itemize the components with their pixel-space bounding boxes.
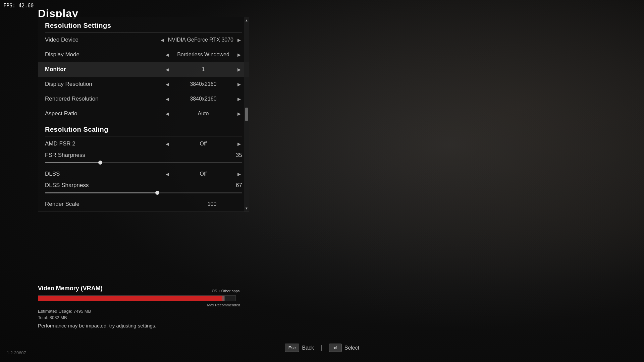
select-key-badge: ⏎ [329,344,342,352]
dlss-arrow-right[interactable]: ▶ [236,171,242,177]
scroll-down-arrow[interactable]: ▼ [244,205,250,212]
fsr-sharpness-value: 35 [236,152,242,159]
setting-row-aspect-ratio[interactable]: Aspect Ratio ◀ Auto ▶ [38,106,249,121]
rendered-resolution-label: Rendered Resolution [45,96,152,102]
setting-row-dlss[interactable]: DLSS ◀ Off ▶ [38,167,249,181]
aspect-ratio-control: ◀ Auto ▶ [152,111,242,117]
amd-fsr2-control: ◀ Off ▶ [152,141,242,147]
monitor-control: ◀ 1 ▶ [152,66,242,73]
version-text: 1.2.20607 [7,350,26,355]
amd-fsr2-label: AMD FSR 2 [45,140,152,147]
dlss-sharpness-fill [45,192,157,193]
amd-fsr2-arrow-left[interactable]: ◀ [164,141,170,147]
display-resolution-arrow-right[interactable]: ▶ [236,81,242,87]
fsr-sharpness-fill [45,162,100,163]
monitor-arrow-right[interactable]: ▶ [236,66,242,73]
monitor-arrow-left[interactable]: ◀ [164,66,170,73]
dlss-sharpness-thumb[interactable] [155,191,159,195]
display-mode-label: Display Mode [45,51,152,58]
setting-row-render-scale[interactable]: Render Scale 100 [38,197,249,212]
dlss-sharpness-label-row: DLSS Sharpness 67 [38,181,249,189]
rendered-resolution-arrow-right[interactable]: ▶ [236,96,242,102]
display-mode-control: ◀ Borderless Windowed ▶ [152,52,242,58]
setting-row-rendered-resolution[interactable]: Rendered Resolution ◀ 3840x2160 ▶ [38,92,249,106]
vram-title: Video Memory (VRAM) [38,285,236,292]
bottom-bar: Esc Back | ⏎ Select [0,344,644,352]
aspect-ratio-arrow-right[interactable]: ▶ [236,111,242,117]
vram-warning: Performance may be impacted, try adjusti… [38,323,236,328]
vram-os-label: OS + Other apps [212,289,239,293]
display-resolution-arrow-left[interactable]: ◀ [164,81,170,87]
settings-panel: Resolution Settings Video Device ◀ NVIDI… [38,17,249,212]
vram-estimated-usage: Estimated Usage: 7495 MB [38,309,236,314]
display-resolution-value: 3840x2160 [173,81,233,87]
fsr-sharpness-thumb[interactable] [98,161,102,165]
vram-total: Total: 8032 MB [38,315,236,320]
resolution-scaling-header: Resolution Scaling [38,121,249,136]
video-device-label: Video Device [45,37,152,43]
back-key-badge: Esc [285,344,300,352]
rendered-resolution-arrow-left[interactable]: ◀ [164,96,170,102]
fsr-sharpness-track [45,162,242,163]
render-scale-value: 100 [182,201,242,207]
back-key-label: Back [302,345,314,351]
setting-row-display-mode[interactable]: Display Mode ◀ Borderless Windowed ▶ [38,47,249,62]
vram-max-label: Max Recommended [207,303,240,307]
video-device-arrow-right[interactable]: ▶ [236,37,242,43]
dlss-label: DLSS [45,171,152,177]
vram-section: Video Memory (VRAM) OS + Other apps Max … [38,285,236,328]
fsr-sharpness-slider[interactable] [45,160,242,165]
rendered-resolution-control: ◀ 3840x2160 ▶ [152,96,242,102]
vram-bar-fill [38,296,222,301]
scrollbar[interactable]: ▲ ▼ [244,17,249,212]
fsr-sharpness-label-row: FSR Sharpness 35 [38,151,249,159]
dlss-control: ◀ Off ▶ [152,171,242,177]
amd-fsr2-value: Off [173,141,233,147]
render-scale-label: Render Scale [45,201,152,207]
video-device-control: ◀ NVIDIA GeForce RTX 3070 ▶ [152,37,242,43]
scroll-up-arrow[interactable]: ▲ [244,17,250,23]
fsr-sharpness-label: FSR Sharpness [45,152,85,159]
dlss-sharpness-label: DLSS Sharpness [45,182,89,189]
dlss-value: Off [173,171,233,177]
dlss-arrow-left[interactable]: ◀ [164,171,170,177]
setting-row-amd-fsr2[interactable]: AMD FSR 2 ◀ Off ▶ [38,136,249,151]
display-mode-arrow-right[interactable]: ▶ [236,52,242,58]
aspect-ratio-arrow-left[interactable]: ◀ [164,111,170,117]
setting-row-display-resolution[interactable]: Display Resolution ◀ 3840x2160 ▶ [38,77,249,92]
amd-fsr2-arrow-right[interactable]: ▶ [236,141,242,147]
vram-bar-container: OS + Other apps Max Recommended [38,295,236,301]
aspect-ratio-value: Auto [173,111,233,117]
video-device-value: NVIDIA GeForce RTX 3070 [168,37,233,43]
setting-row-monitor[interactable]: Monitor ◀ 1 ▶ [38,62,249,77]
dlss-sharpness-track [45,192,242,193]
vram-marker [224,296,224,301]
display-resolution-label: Display Resolution [45,81,152,87]
setting-row-video-device[interactable]: Video Device ◀ NVIDIA GeForce RTX 3070 ▶ [38,33,249,47]
dlss-sharpness-value: 67 [236,182,242,189]
select-button[interactable]: ⏎ Select [329,344,359,352]
back-button[interactable]: Esc Back [285,344,314,352]
resolution-settings-header: Resolution Settings [38,17,249,32]
select-key-label: Select [344,345,359,351]
display-mode-value: Borderless Windowed [173,52,233,58]
fps-counter: FPS: 42.60 [3,3,34,9]
video-device-arrow-left[interactable]: ◀ [159,37,165,43]
dlss-sharpness-slider[interactable] [45,190,242,195]
rendered-resolution-value: 3840x2160 [173,96,233,102]
display-resolution-control: ◀ 3840x2160 ▶ [152,81,242,87]
display-mode-arrow-left[interactable]: ◀ [164,52,170,58]
aspect-ratio-label: Aspect Ratio [45,110,152,117]
controls-separator: | [321,344,322,351]
monitor-label: Monitor [45,66,152,73]
monitor-value: 1 [173,66,233,72]
scroll-thumb[interactable] [245,108,248,121]
render-scale-control: 100 [152,201,242,207]
